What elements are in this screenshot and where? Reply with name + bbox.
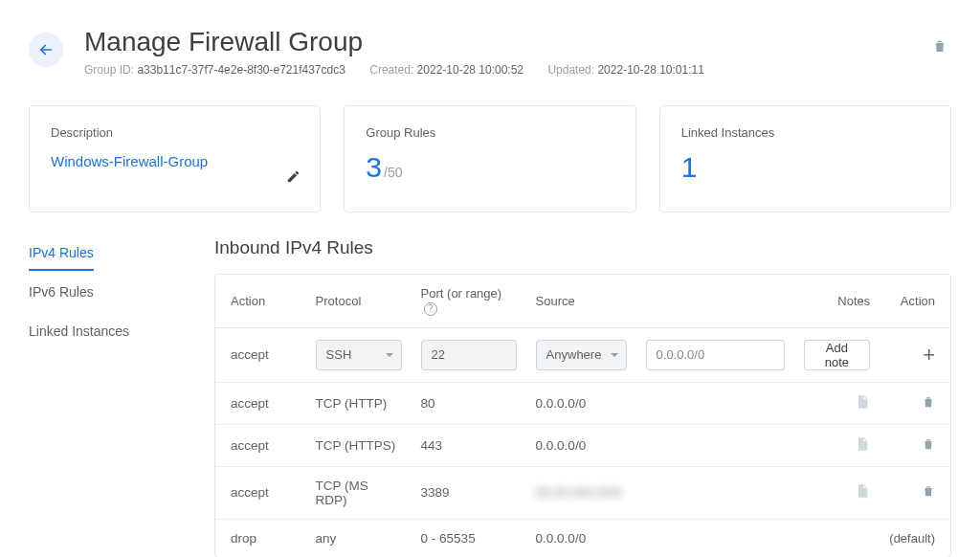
- note-icon: [855, 436, 870, 452]
- cell-protocol: TCP (MS RDP): [306, 467, 412, 520]
- cell-protocol: any: [306, 520, 412, 557]
- th-port-label: Port (or range): [421, 286, 502, 301]
- cell-action: accept: [215, 425, 306, 467]
- description-value[interactable]: Windows-Firewall-Group: [51, 153, 299, 169]
- note-button[interactable]: [855, 436, 870, 455]
- th-action: Action: [215, 275, 306, 328]
- th-port: Port (or range) ?: [412, 275, 526, 328]
- card-rules-label: Group Rules: [366, 125, 613, 140]
- section-title: Inbound IPv4 Rules: [214, 237, 951, 258]
- note-icon: [855, 483, 870, 499]
- edit-description-button[interactable]: [286, 169, 301, 187]
- card-linked-label: Linked Instances: [681, 125, 929, 140]
- cell-port: 0 - 65535: [412, 520, 526, 557]
- table-row: accept TCP (HTTPS) 443 0.0.0.0/0: [215, 425, 950, 467]
- delete-rule-button[interactable]: [922, 395, 935, 412]
- arrow-left-icon: [37, 41, 55, 58]
- th-action2: Action: [880, 275, 950, 328]
- rules-max: /50: [384, 165, 402, 180]
- new-rule-action: accept: [215, 328, 306, 383]
- updated-label: Updated:: [547, 63, 594, 77]
- created-label: Created:: [369, 63, 413, 77]
- cell-port: 3389: [412, 467, 526, 520]
- table-row: accept TCP (MS RDP) 3389 00.00.000.0/00: [215, 467, 950, 520]
- linked-count: 1: [681, 153, 929, 182]
- th-source: Source: [526, 275, 794, 328]
- meta-line: Group ID: a33b11c7-37f7-4e2e-8f30-e721f4…: [84, 63, 951, 77]
- tabs-sidebar: IPv4 Rules IPv6 Rules Linked Instances: [29, 237, 182, 557]
- page-header: Manage Firewall Group Group ID: a33b11c7…: [0, 0, 980, 77]
- rules-table: Action Protocol Port (or range) ? Source…: [214, 274, 951, 557]
- cell-action: accept: [215, 383, 306, 425]
- card-group-rules: Group Rules 3/50: [344, 105, 635, 212]
- port-input[interactable]: [421, 340, 517, 370]
- new-rule-row: accept SSH Anywh: [215, 328, 950, 383]
- cell-action: drop: [215, 520, 306, 557]
- trash-icon: [922, 484, 935, 498]
- pencil-icon: [286, 169, 301, 184]
- delete-rule-button[interactable]: [922, 437, 935, 454]
- cell-protocol: TCP (HTTPS): [306, 425, 412, 467]
- protocol-select[interactable]: SSH: [316, 340, 402, 370]
- add-note-button[interactable]: Add note: [804, 340, 871, 370]
- cell-port: 443: [412, 425, 526, 467]
- tab-linked-instances[interactable]: Linked Instances: [29, 316, 129, 349]
- source-ip-input[interactable]: [646, 340, 785, 370]
- card-description-label: Description: [51, 125, 299, 140]
- table-header-row: Action Protocol Port (or range) ? Source…: [215, 275, 950, 328]
- trash-icon: [922, 437, 935, 451]
- cell-source-blurred: 00.00.000.0/00: [536, 485, 622, 500]
- updated-value: 2022-10-28 10:01:11: [597, 63, 703, 77]
- rules-tbody: accept SSH Anywh: [215, 328, 950, 557]
- content-area: Inbound IPv4 Rules Action Protocol Port …: [214, 237, 951, 557]
- help-icon[interactable]: ?: [424, 302, 437, 316]
- cell-source: 0.0.0.0/0: [526, 425, 794, 467]
- default-rule-row: drop any 0 - 65535 0.0.0.0/0 (default): [215, 520, 950, 557]
- cell-protocol: TCP (HTTP): [306, 383, 412, 425]
- group-id-value: a33b11c7-37f7-4e2e-8f30-e721f437cdc3: [137, 63, 345, 77]
- th-protocol: Protocol: [306, 275, 412, 328]
- cell-action: accept: [215, 467, 306, 520]
- rules-count: 3: [366, 151, 382, 183]
- trash-icon: [922, 395, 935, 409]
- cell-source: 0.0.0.0/0: [526, 383, 794, 425]
- back-button[interactable]: [29, 33, 63, 67]
- note-icon: [855, 394, 870, 410]
- card-description: Description Windows-Firewall-Group: [29, 105, 321, 212]
- summary-cards: Description Windows-Firewall-Group Group…: [0, 77, 980, 212]
- main-layout: IPv4 Rules IPv6 Rules Linked Instances I…: [0, 212, 980, 557]
- delete-group-button[interactable]: [932, 38, 947, 56]
- trash-icon: [932, 38, 947, 54]
- tab-ipv4-rules[interactable]: IPv4 Rules: [29, 237, 94, 271]
- tab-ipv6-rules[interactable]: IPv6 Rules: [29, 277, 94, 310]
- card-linked-instances: Linked Instances 1: [659, 105, 951, 212]
- default-label: (default): [889, 531, 935, 546]
- th-notes: Notes: [794, 275, 880, 328]
- note-button[interactable]: [855, 394, 870, 412]
- created-value: 2022-10-28 10:00:52: [417, 63, 523, 77]
- cell-port: 80: [412, 383, 526, 425]
- cell-source: 0.0.0.0/0: [526, 520, 794, 557]
- source-type-select[interactable]: Anywhere: [536, 340, 627, 370]
- delete-rule-button[interactable]: [922, 484, 935, 501]
- table-row: accept TCP (HTTP) 80 0.0.0.0/0: [215, 383, 950, 425]
- group-id-label: Group ID:: [84, 63, 134, 77]
- note-button[interactable]: [855, 483, 870, 501]
- title-block: Manage Firewall Group Group ID: a33b11c7…: [84, 27, 951, 77]
- page-title: Manage Firewall Group: [84, 27, 951, 57]
- add-rule-button[interactable]: +: [923, 345, 935, 366]
